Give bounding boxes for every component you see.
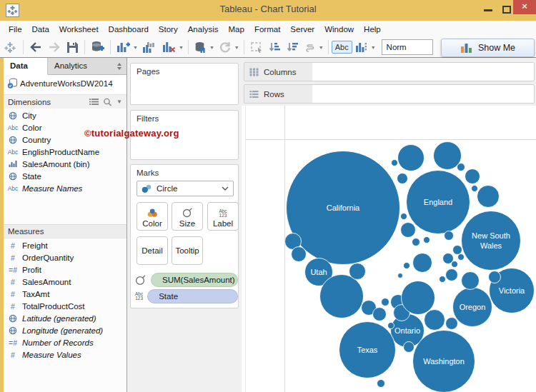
view-as-list-icon[interactable]: [89, 98, 99, 106]
rows-shelf[interactable]: Rows: [244, 84, 535, 104]
pages-card[interactable]: Pages: [130, 63, 239, 105]
bubble[interactable]: [404, 263, 410, 269]
bubble[interactable]: [397, 174, 408, 184]
columns-shelf[interactable]: Columns: [244, 62, 535, 81]
menu-item-file[interactable]: File: [4, 25, 27, 34]
bubble[interactable]: [401, 223, 416, 238]
mark-type-dropdown[interactable]: Circle: [137, 181, 234, 196]
totals-caret[interactable]: ▼: [371, 45, 377, 50]
measure-freight[interactable]: #Freight: [4, 239, 126, 251]
dimension-englishproductname[interactable]: AbcEnglishProductName: [4, 146, 126, 158]
color-button[interactable]: Color: [137, 202, 168, 231]
clear-sheet-caret[interactable]: ▼: [179, 45, 185, 50]
dimension-city[interactable]: City: [4, 109, 126, 121]
dimensions-menu-caret[interactable]: ▼: [116, 99, 122, 105]
measure-salesamount[interactable]: #SalesAmount: [4, 276, 126, 288]
menu-item-window[interactable]: Window: [319, 25, 359, 34]
bubble[interactable]: [424, 237, 430, 243]
pill-state[interactable]: State: [147, 289, 238, 303]
menu-item-help[interactable]: Help: [359, 25, 386, 34]
bubble[interactable]: [477, 186, 500, 208]
tableau-logo-icon[interactable]: [0, 39, 20, 56]
sort-ascending-icon[interactable]: [266, 39, 284, 56]
maximize-button[interactable]: [502, 6, 511, 14]
redo-icon[interactable]: [45, 39, 64, 56]
show-mark-labels-button[interactable]: Abc: [332, 41, 352, 54]
bubble[interactable]: [404, 342, 415, 353]
totals-icon[interactable]: [352, 39, 371, 56]
menu-item-server[interactable]: Server: [285, 25, 319, 34]
bubble[interactable]: [392, 160, 398, 166]
datasource-row[interactable]: AdventureWorksDW2014: [4, 75, 126, 92]
bubble[interactable]: [402, 281, 435, 315]
bubble[interactable]: [458, 254, 465, 261]
size-button[interactable]: Size: [172, 202, 203, 231]
new-worksheet-caret[interactable]: ▼: [133, 45, 139, 50]
bubble[interactable]: [453, 246, 462, 255]
highlight-icon[interactable]: [247, 39, 266, 56]
measure-taxamt[interactable]: #TaxAmt: [4, 288, 126, 300]
bubble[interactable]: [425, 310, 445, 331]
show-me-button[interactable]: Show Me: [441, 39, 535, 57]
bubble[interactable]: [377, 380, 385, 388]
tab-data[interactable]: Data: [4, 58, 48, 75]
bubble[interactable]: [445, 231, 454, 241]
undo-icon[interactable]: [26, 39, 45, 56]
view-mode-dropdown[interactable]: Norm: [382, 39, 433, 55]
menu-item-dashboard[interactable]: Dashboard: [104, 25, 154, 34]
dimension-measure-names[interactable]: AbcMeasure Names: [4, 182, 126, 194]
measure-number-of-records[interactable]: =#Number of Records: [4, 336, 126, 348]
bubble[interactable]: [462, 272, 480, 290]
label-button[interactable]: Abc123Label: [207, 202, 239, 231]
bubble[interactable]: [440, 276, 446, 283]
group-members-icon[interactable]: [302, 39, 319, 56]
menu-item-format[interactable]: Format: [249, 25, 285, 34]
bubble[interactable]: [398, 273, 403, 278]
bubble[interactable]: [446, 269, 458, 281]
bubble[interactable]: [472, 186, 478, 192]
detail-button[interactable]: Detail: [137, 236, 168, 265]
save-icon[interactable]: [64, 39, 81, 56]
bubble[interactable]: [382, 298, 389, 306]
measure-totalproductcost[interactable]: #TotalProductCost: [4, 300, 126, 312]
menu-item-data[interactable]: Data: [27, 25, 54, 34]
bubble[interactable]: [349, 263, 366, 280]
dimension-state[interactable]: State: [4, 170, 126, 182]
bubble[interactable]: [446, 318, 458, 330]
tooltip-button[interactable]: Tooltip: [172, 236, 203, 265]
tab-analytics[interactable]: Analytics: [48, 58, 126, 75]
bubble[interactable]: [412, 238, 420, 246]
bubble[interactable]: [292, 247, 307, 262]
bubble[interactable]: [489, 271, 501, 283]
clear-sheet-icon[interactable]: [159, 39, 179, 56]
measure-measure-values[interactable]: #Measure Values: [4, 348, 126, 361]
menu-item-map[interactable]: Map: [224, 25, 249, 34]
bubble[interactable]: [457, 164, 465, 171]
bubble[interactable]: [401, 213, 407, 220]
bubble[interactable]: [388, 323, 394, 329]
menu-item-analysis[interactable]: Analysis: [183, 25, 224, 34]
measure-longitude-generated-[interactable]: Longitude (generated): [4, 324, 126, 336]
bubble[interactable]: [373, 308, 387, 321]
dimension-salesamount-bin-[interactable]: SalesAmount (bin): [4, 158, 126, 170]
measure-latitude-generated-[interactable]: Latitude (generated): [4, 312, 126, 324]
group-members-caret[interactable]: ▼: [319, 45, 325, 50]
minimize-button[interactable]: [484, 9, 492, 11]
bubble[interactable]: [413, 253, 432, 273]
measure-orderquantity[interactable]: #OrderQuantity: [4, 251, 126, 263]
bubble[interactable]: [465, 169, 480, 184]
menu-item-story[interactable]: Story: [154, 25, 183, 34]
measure-profit[interactable]: =#Profit: [4, 263, 126, 276]
pause-updates-caret[interactable]: ▼: [209, 45, 216, 50]
close-button[interactable]: ×: [513, 0, 536, 14]
bubble[interactable]: [452, 261, 458, 268]
new-worksheet-icon[interactable]: [114, 39, 133, 56]
refresh-caret[interactable]: ▼: [234, 45, 241, 50]
bubble[interactable]: [320, 275, 364, 318]
bubble-new-south-wales[interactable]: [462, 211, 521, 271]
sort-descending-icon[interactable]: [284, 39, 302, 56]
find-field-icon[interactable]: [103, 98, 112, 106]
bubble[interactable]: [398, 145, 425, 171]
duplicate-sheet-icon[interactable]: [139, 39, 159, 56]
refresh-icon[interactable]: [216, 39, 234, 56]
